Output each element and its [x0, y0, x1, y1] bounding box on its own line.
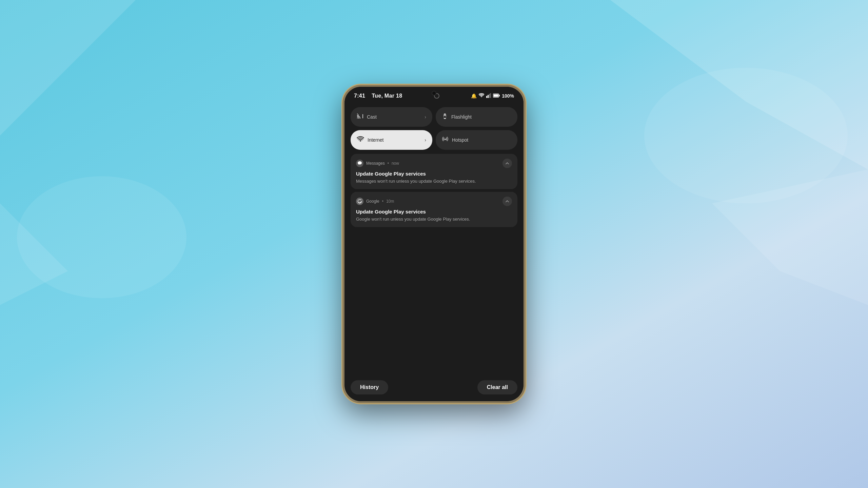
notification-title-2: Update Google Play services [356, 209, 512, 215]
phone-screen: 7:41 Tue, Mar 18 🔔 [344, 87, 524, 401]
notification-time-dot-2: • [382, 199, 383, 204]
notification-app-name-1: Messages [366, 161, 385, 166]
svg-rect-10 [490, 93, 491, 98]
cast-tile[interactable]: Cast › [351, 107, 432, 127]
page-wrapper: 7:41 Tue, Mar 18 🔔 [0, 0, 868, 488]
hotspot-tile[interactable]: Hotspot [436, 130, 517, 150]
quick-settings-grid: Cast › Flashlight [344, 102, 524, 154]
flashlight-tile[interactable]: Flashlight [436, 107, 517, 127]
svg-marker-2 [0, 203, 68, 305]
notification-time-2: 10m [386, 199, 394, 204]
notification-app-info-1: Messages • now [356, 160, 399, 167]
google-app-icon [356, 198, 363, 205]
svg-rect-12 [499, 95, 500, 97]
wifi-status-icon [479, 93, 484, 99]
cast-arrow-icon: › [425, 114, 426, 120]
notification-title-1: Update Google Play services [356, 171, 512, 177]
internet-tile[interactable]: Internet › [351, 130, 432, 150]
notification-expand-1[interactable] [502, 159, 512, 168]
cast-label: Cast [367, 114, 421, 120]
svg-rect-9 [489, 94, 490, 98]
svg-marker-4 [712, 169, 868, 305]
flashlight-label: Flashlight [451, 114, 511, 120]
phone-frame: 7:41 Tue, Mar 18 🔔 [342, 85, 526, 403]
svg-point-6 [644, 68, 848, 203]
notification-app-info-2: Google • 10m [356, 198, 394, 205]
notification-body-1: Messages won't run unless you update Goo… [356, 178, 512, 184]
svg-point-5 [17, 176, 186, 298]
alarm-icon: 🔔 [471, 93, 477, 99]
notifications-list: Messages • now Update Google Play servic… [344, 154, 524, 375]
notification-body-2: Google won't run unless you update Googl… [356, 216, 512, 222]
internet-label: Internet [368, 137, 421, 143]
internet-arrow-icon: › [425, 137, 426, 143]
hotspot-icon [442, 136, 449, 144]
status-time-date: 7:41 Tue, Mar 18 [354, 93, 402, 99]
cast-icon [357, 113, 363, 121]
signal-icon [486, 93, 491, 99]
wifi-icon [357, 136, 364, 144]
svg-marker-1 [0, 0, 136, 136]
clear-all-button[interactable]: Clear all [477, 380, 517, 394]
svg-rect-13 [494, 95, 498, 97]
svg-rect-7 [486, 96, 487, 98]
notification-messages[interactable]: Messages • now Update Google Play servic… [351, 154, 517, 189]
svg-point-14 [445, 139, 446, 140]
svg-marker-3 [610, 0, 868, 169]
notification-google[interactable]: Google • 10m Update Google Play services… [351, 192, 517, 227]
time: 7:41 [354, 93, 365, 99]
messages-app-icon [356, 160, 363, 167]
svg-rect-8 [488, 95, 489, 98]
date: Tue, Mar 18 [372, 93, 402, 99]
notification-time-1: now [392, 161, 399, 166]
camera-dot [432, 91, 436, 96]
notification-time-dot-1: • [388, 161, 389, 166]
bottom-actions: History Clear all [344, 375, 524, 401]
battery-icon [493, 93, 500, 99]
notification-expand-2[interactable] [502, 197, 512, 206]
flashlight-icon [442, 113, 448, 121]
notification-app-name-2: Google [366, 199, 379, 204]
notification-header-2: Google • 10m [356, 197, 512, 206]
battery-percent: 100% [502, 93, 514, 99]
history-button[interactable]: History [351, 380, 388, 394]
status-icons: 🔔 [471, 93, 514, 99]
notification-header-1: Messages • now [356, 159, 512, 168]
hotspot-label: Hotspot [452, 137, 511, 143]
